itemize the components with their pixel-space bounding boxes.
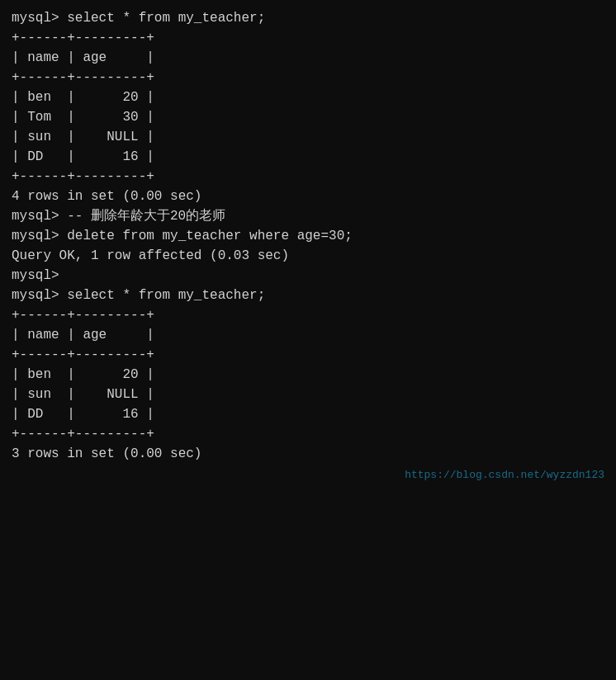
table-row-tom: | Tom | 30 | [12,107,604,127]
block-1: mysql> select * from my_teacher; +------… [12,8,604,206]
table2-border-2: +------+---------+ [12,345,604,365]
table2-border-3: +------+---------+ [12,424,604,444]
command-line-2: mysql> select * from my_teacher; [12,286,604,305]
table-row-sun: | sun | NULL | [12,127,604,147]
table-row-ben: | ben | 20 | [12,87,604,107]
result-info-2: 3 rows in set (0.00 sec) [12,444,604,464]
delete-command: mysql> delete from my_teacher where age=… [12,226,604,246]
table2-row-dd: | DD | 16 | [12,404,604,424]
block-3: mysql> mysql> select * from my_teacher; … [12,266,604,464]
table2-border-1: +------+---------+ [12,305,604,325]
table-header: | name | age | [12,48,604,68]
table2-header: | name | age | [12,325,604,345]
terminal: mysql> select * from my_teacher; +------… [12,8,604,484]
result-info-1: 4 rows in set (0.00 sec) [12,187,604,206]
table-border-3: +------+---------+ [12,167,604,187]
table2-row-ben: | ben | 20 | [12,365,604,385]
table2-row-sun: | sun | NULL | [12,385,604,404]
empty-prompt: mysql> [12,266,604,286]
watermark: https://blog.csdn.net/wyzzdn123 [12,467,604,484]
block-2: mysql> -- 删除年龄大于20的老师 mysql> delete from… [12,206,604,266]
query-ok: Query OK, 1 row affected (0.03 sec) [12,246,604,266]
table-row-dd: | DD | 16 | [12,147,604,167]
comment-line: mysql> -- 删除年龄大于20的老师 [12,206,604,226]
command-line-1: mysql> select * from my_teacher; [12,8,604,28]
table-border-1: +------+---------+ [12,28,604,48]
table-border-2: +------+---------+ [12,68,604,87]
